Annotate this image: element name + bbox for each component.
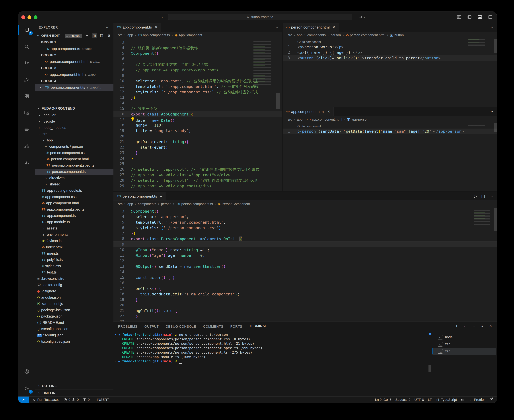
tree-item-tsconfig.json[interactable]: TStsconfig.json [35, 332, 114, 338]
activity-settings-icon[interactable]: 1 [18, 381, 35, 396]
status-right-item-4[interactable]: {}TypeScript [434, 398, 459, 402]
breadcrumb-item[interactable]: TSperson.component.ts [176, 202, 213, 206]
status-left-item-1[interactable]: 00 [61, 398, 81, 402]
tree-item-polyfills.ts[interactable]: TSpolyfills.ts [35, 257, 114, 263]
status-right-item-0[interactable]: Ln 9, Col 3 [373, 398, 393, 402]
codelens-link[interactable]: Go to component [283, 40, 497, 44]
tree-item-.angular[interactable]: ›.angular [35, 112, 114, 118]
toggle-panel-icon[interactable] [477, 14, 483, 20]
codelens-link[interactable]: Go to component [283, 124, 497, 128]
tree-item-app.component.spec.ts[interactable]: TSapp.component.spec.ts [35, 206, 114, 213]
toggle-primary-sidebar-icon[interactable] [467, 14, 472, 20]
tree-item-directives[interactable]: ›directives [35, 175, 114, 181]
breadcrumb-item[interactable]: person [330, 33, 341, 37]
tree-item-.vscode[interactable]: ›.vscode [35, 118, 114, 125]
more-actions-icon[interactable]: ⋯ [274, 25, 278, 30]
status-left-item-0[interactable]: Run Testcases [30, 398, 61, 402]
close-all-icon[interactable]: ⊠ [106, 33, 112, 38]
close-panel-icon[interactable]: ✕ [489, 323, 492, 329]
tree-item-tsconfig.app.json[interactable]: {}tsconfig.app.json [35, 326, 114, 332]
panel-tab-problems[interactable]: PROBLEMS [118, 325, 137, 329]
tree-item-.editorconfig[interactable]: ⚙.editorconfig [35, 282, 114, 288]
terminal-scrollbar[interactable] [429, 365, 431, 372]
copilot-menu[interactable]: ∨ [357, 14, 366, 20]
activity-accounts-icon[interactable] [18, 364, 35, 379]
tree-item-tsconfig.spec.json[interactable]: {}tsconfig.spec.json [35, 338, 114, 345]
tab-app.component.ts[interactable]: TSapp.component.ts✕ [114, 23, 161, 32]
tree-item-angular.json[interactable]: {}angular.json [35, 294, 114, 301]
panel-tab-comments[interactable]: COMMENTS [203, 325, 223, 329]
tree-item-app[interactable]: ›app [35, 137, 114, 143]
breadcrumb-item[interactable]: ▣app-person [347, 118, 368, 121]
tree-item-app.module.ts[interactable]: TSapp.module.ts [35, 219, 114, 225]
status-right-item-7[interactable] [487, 398, 494, 401]
panel-tab-output[interactable]: OUTPUT [144, 325, 159, 329]
close-icon[interactable]: ✕ [327, 110, 330, 114]
save-all-icon[interactable]: ❐ [99, 33, 104, 38]
command-center-search[interactable]: ⚲ fudao-frontend [168, 14, 352, 20]
tab-person.component.ts[interactable]: TSperson.component.ts● [114, 192, 166, 201]
new-terminal-icon[interactable]: + [455, 324, 458, 329]
code-editor[interactable]: 34// 组件类 被@Component装饰器装饰5@Component({67… [114, 38, 282, 191]
maximize-panel-icon[interactable]: ∧ [481, 324, 483, 328]
breadcrumb-item[interactable]: src [118, 33, 123, 37]
tab-person.component.html[interactable]: <>person.component.html✕ [283, 23, 339, 32]
status-right-item-6[interactable]: Prettier [467, 398, 487, 402]
close-icon[interactable]: ✕ [155, 25, 157, 29]
breadcrumb-item[interactable]: src [288, 33, 292, 37]
timeline-section[interactable]: › TIMELINE [35, 389, 114, 396]
launch-profile-icon[interactable]: ∨ [463, 324, 466, 328]
tree-item-app.component.ts[interactable]: TSapp.component.ts [35, 213, 114, 219]
activity-search-icon[interactable] [18, 39, 35, 54]
open-editors-header[interactable]: ›OPEN EDIT...1 unsaved+◫❐⊠ [35, 32, 114, 39]
breadcrumb-item[interactable]: <>person.component.html [346, 33, 385, 37]
breadcrumb-item[interactable]: app [297, 33, 303, 37]
back-icon[interactable]: ← [148, 15, 153, 20]
tree-item-index.html[interactable]: <>index.html [35, 244, 114, 250]
breadcrumb-item[interactable]: app [127, 202, 133, 206]
breadcrumb-item[interactable]: app [297, 118, 303, 121]
forward-icon[interactable]: → [159, 15, 164, 20]
breadcrumb-item[interactable]: src [288, 118, 292, 121]
maximize-window-button[interactable] [34, 15, 38, 19]
activity-remote-explorer-icon[interactable] [18, 105, 35, 120]
tree-item-node-modules[interactable]: ›node_modules [35, 125, 114, 131]
tree-item-app.component.css[interactable]: #app.component.css [35, 194, 114, 200]
open-editor-item[interactable]: <>person.component.htmlsrc/a... [35, 58, 114, 65]
outline-section[interactable]: › OUTLINE [35, 382, 114, 389]
tree-item-person.component.ts[interactable]: TSperson.component.ts [35, 169, 114, 175]
code-editor[interactable]: 3@Component({4 selector: 'app-person',5 … [114, 207, 497, 322]
tree-item-assets[interactable]: ›assets [35, 225, 114, 232]
tree-item-styles.css[interactable]: #styles.css [35, 263, 114, 269]
tree-item-test.ts[interactable]: TStest.ts [35, 269, 114, 276]
remote-indicator[interactable]: >< [18, 397, 29, 403]
more-actions-icon[interactable]: ⋯ [489, 109, 493, 114]
breadcrumb[interactable]: src›app›components›person›TSperson.compo… [114, 201, 497, 207]
breadcrumb-item[interactable]: components [138, 202, 156, 206]
minimize-window-button[interactable] [28, 15, 31, 19]
activity-source-control-icon[interactable] [18, 56, 35, 71]
tree-item-app-routing.module.ts[interactable]: TSapp-routing.module.ts [35, 188, 114, 194]
tree-item-main.ts[interactable]: TSmain.ts [35, 250, 114, 257]
tree-item-karma.conf.js[interactable]: Kkarma.conf.js [35, 301, 114, 307]
breadcrumb-item[interactable]: <>app.component.html [307, 118, 342, 121]
status-left-item-2[interactable]: 0 [81, 398, 92, 402]
terminal-output[interactable]: ●→ fudao-frontend git:(main) ✗ ng g c co… [114, 332, 430, 396]
terminal-instance-node[interactable]: >_node [432, 334, 496, 341]
breadcrumb-item[interactable]: app [127, 33, 133, 37]
tree-item-environments[interactable]: ›environments [35, 232, 114, 238]
terminal-instance-zsh[interactable]: >_zsh [432, 341, 496, 348]
terminal-instance-zsh[interactable]: >_zsh [432, 348, 496, 355]
breadcrumb[interactable]: src›app›components›person›<>person.compo… [283, 32, 497, 38]
activity-docker-icon[interactable] [18, 122, 35, 137]
activity-kubernetes-icon[interactable] [18, 139, 35, 153]
status-left-item-3[interactable]: -- INSERT -- [92, 398, 114, 402]
activity-explorer-icon[interactable]: 1 [18, 23, 35, 38]
tree-item-person.component.css[interactable]: #person.component.css [35, 150, 114, 156]
activity-test-results-icon[interactable] [18, 155, 35, 170]
tree-item-README.md[interactable]: ⓘREADME.md [35, 320, 114, 326]
toggle-editor-layout-icon[interactable]: ◫ [92, 33, 97, 38]
tree-item-shared[interactable]: ›shared [35, 181, 114, 188]
tab-app.component.html[interactable]: <>app.component.html✕ [283, 107, 334, 116]
status-right-item-1[interactable]: Spaces: 2 [393, 398, 412, 402]
